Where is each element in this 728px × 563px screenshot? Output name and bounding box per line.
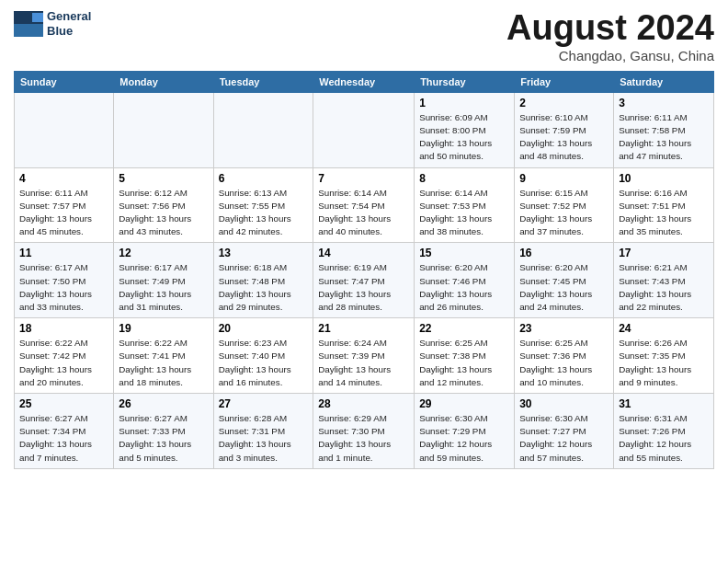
day-number: 28 [318,397,409,410]
day-number: 29 [419,397,509,410]
calendar-cell [213,92,313,167]
day-number: 31 [619,397,709,410]
day-info: Sunrise: 6:17 AMSunset: 7:50 PMDaylight:… [19,261,108,314]
logo-text: General Blue [47,9,91,38]
day-info: Sunrise: 6:22 AMSunset: 7:41 PMDaylight:… [119,337,208,389]
day-number: 6 [219,172,309,185]
day-info: Sunrise: 6:09 AMSunset: 8:00 PMDaylight:… [419,111,509,164]
calendar-cell: 29Sunrise: 6:30 AMSunset: 7:29 PMDayligh… [415,394,515,469]
day-number: 16 [519,247,609,259]
calendar-cell: 2Sunrise: 6:10 AMSunset: 7:59 PMDaylight… [515,92,614,167]
day-info: Sunrise: 6:22 AMSunset: 7:42 PMDaylight:… [19,337,108,389]
day-number: 1 [419,97,509,109]
logo: General Blue [14,9,91,38]
calendar-table: SundayMondayTuesdayWednesdayThursdayFrid… [14,71,714,469]
calendar-cell [114,92,213,167]
day-info: Sunrise: 6:30 AMSunset: 7:27 PMDaylight:… [519,412,609,465]
weekday-header-sunday: Sunday [15,71,114,92]
day-number: 19 [119,322,208,335]
day-info: Sunrise: 6:27 AMSunset: 7:34 PMDaylight:… [19,412,108,465]
title-block: August 2024 Changdao, Gansu, China [506,9,714,63]
calendar-cell: 11Sunrise: 6:17 AMSunset: 7:50 PMDayligh… [15,243,114,318]
day-number: 10 [619,172,709,185]
day-number: 3 [619,97,709,109]
calendar-cell: 23Sunrise: 6:25 AMSunset: 7:36 PMDayligh… [515,318,614,394]
day-info: Sunrise: 6:31 AMSunset: 7:26 PMDaylight:… [619,412,709,465]
day-info: Sunrise: 6:27 AMSunset: 7:33 PMDaylight:… [119,412,208,465]
day-info: Sunrise: 6:15 AMSunset: 7:52 PMDaylight:… [519,187,609,239]
calendar-cell: 13Sunrise: 6:18 AMSunset: 7:48 PMDayligh… [213,243,313,318]
calendar-cell: 22Sunrise: 6:25 AMSunset: 7:38 PMDayligh… [415,318,515,394]
day-number: 9 [519,172,609,185]
calendar-cell: 19Sunrise: 6:22 AMSunset: 7:41 PMDayligh… [114,318,213,394]
day-info: Sunrise: 6:11 AMSunset: 7:57 PMDaylight:… [19,187,108,239]
weekday-header-saturday: Saturday [614,71,714,92]
day-info: Sunrise: 6:17 AMSunset: 7:49 PMDaylight:… [119,261,208,314]
day-number: 27 [219,397,309,410]
day-info: Sunrise: 6:21 AMSunset: 7:43 PMDaylight:… [619,261,709,314]
calendar-cell: 14Sunrise: 6:19 AMSunset: 7:47 PMDayligh… [313,243,415,318]
day-info: Sunrise: 6:11 AMSunset: 7:58 PMDaylight:… [619,111,709,164]
day-info: Sunrise: 6:14 AMSunset: 7:54 PMDaylight:… [318,187,409,239]
day-number: 24 [619,322,709,335]
day-info: Sunrise: 6:25 AMSunset: 7:38 PMDaylight:… [419,337,509,389]
calendar-cell: 6Sunrise: 6:13 AMSunset: 7:55 PMDaylight… [213,167,313,243]
calendar-week-5: 25Sunrise: 6:27 AMSunset: 7:34 PMDayligh… [15,394,714,469]
weekday-header-wednesday: Wednesday [313,71,415,92]
day-info: Sunrise: 6:13 AMSunset: 7:55 PMDaylight:… [219,187,309,239]
day-info: Sunrise: 6:23 AMSunset: 7:40 PMDaylight:… [219,337,309,389]
weekday-header-friday: Friday [515,71,614,92]
day-number: 25 [19,397,108,410]
calendar-cell: 7Sunrise: 6:14 AMSunset: 7:54 PMDaylight… [313,167,415,243]
logo-icon [14,11,43,37]
calendar-cell: 27Sunrise: 6:28 AMSunset: 7:31 PMDayligh… [213,394,313,469]
weekday-header-thursday: Thursday [415,71,515,92]
day-info: Sunrise: 6:12 AMSunset: 7:56 PMDaylight:… [119,187,208,239]
day-number: 15 [419,247,509,259]
calendar-cell: 18Sunrise: 6:22 AMSunset: 7:42 PMDayligh… [15,318,114,394]
calendar-cell: 26Sunrise: 6:27 AMSunset: 7:33 PMDayligh… [114,394,213,469]
day-number: 8 [419,172,509,185]
calendar-cell: 3Sunrise: 6:11 AMSunset: 7:58 PMDaylight… [614,92,714,167]
day-info: Sunrise: 6:10 AMSunset: 7:59 PMDaylight:… [519,111,609,164]
day-number: 4 [19,172,108,185]
calendar-week-3: 11Sunrise: 6:17 AMSunset: 7:50 PMDayligh… [15,243,714,318]
svg-marker-2 [32,13,43,22]
day-number: 5 [119,172,208,185]
calendar-week-2: 4Sunrise: 6:11 AMSunset: 7:57 PMDaylight… [15,167,714,243]
day-number: 13 [219,247,309,259]
calendar-cell: 12Sunrise: 6:17 AMSunset: 7:49 PMDayligh… [114,243,213,318]
day-info: Sunrise: 6:20 AMSunset: 7:45 PMDaylight:… [519,261,609,314]
page-header: General Blue August 2024 Changdao, Gansu… [14,9,714,63]
day-number: 21 [318,322,409,335]
calendar-cell: 16Sunrise: 6:20 AMSunset: 7:45 PMDayligh… [515,243,614,318]
day-info: Sunrise: 6:30 AMSunset: 7:29 PMDaylight:… [419,412,509,465]
day-number: 11 [19,247,108,259]
calendar-cell: 8Sunrise: 6:14 AMSunset: 7:53 PMDaylight… [415,167,515,243]
calendar-cell: 5Sunrise: 6:12 AMSunset: 7:56 PMDaylight… [114,167,213,243]
day-info: Sunrise: 6:18 AMSunset: 7:48 PMDaylight:… [219,261,309,314]
day-info: Sunrise: 6:26 AMSunset: 7:35 PMDaylight:… [619,337,709,389]
day-info: Sunrise: 6:16 AMSunset: 7:51 PMDaylight:… [619,187,709,239]
day-number: 23 [519,322,609,335]
svg-rect-1 [14,24,43,37]
calendar-cell: 15Sunrise: 6:20 AMSunset: 7:46 PMDayligh… [415,243,515,318]
day-number: 30 [519,397,609,410]
day-number: 20 [219,322,309,335]
calendar-cell: 30Sunrise: 6:30 AMSunset: 7:27 PMDayligh… [515,394,614,469]
month-title: August 2024 [506,9,714,48]
day-number: 7 [318,172,409,185]
day-number: 18 [19,322,108,335]
calendar-cell: 21Sunrise: 6:24 AMSunset: 7:39 PMDayligh… [313,318,415,394]
day-info: Sunrise: 6:14 AMSunset: 7:53 PMDaylight:… [419,187,509,239]
calendar-cell [313,92,415,167]
calendar-week-1: 1Sunrise: 6:09 AMSunset: 8:00 PMDaylight… [15,92,714,167]
calendar-cell: 28Sunrise: 6:29 AMSunset: 7:30 PMDayligh… [313,394,415,469]
day-number: 17 [619,247,709,259]
day-info: Sunrise: 6:20 AMSunset: 7:46 PMDaylight:… [419,261,509,314]
calendar-cell: 9Sunrise: 6:15 AMSunset: 7:52 PMDaylight… [515,167,614,243]
calendar-cell: 4Sunrise: 6:11 AMSunset: 7:57 PMDaylight… [15,167,114,243]
calendar-week-4: 18Sunrise: 6:22 AMSunset: 7:42 PMDayligh… [15,318,714,394]
calendar-cell: 20Sunrise: 6:23 AMSunset: 7:40 PMDayligh… [213,318,313,394]
calendar-cell: 1Sunrise: 6:09 AMSunset: 8:00 PMDaylight… [415,92,515,167]
